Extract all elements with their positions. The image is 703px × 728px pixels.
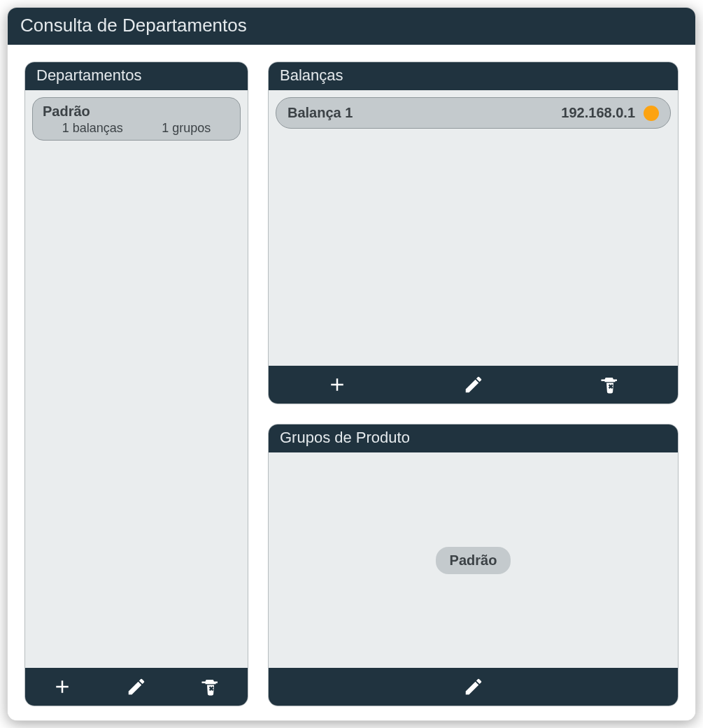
pencil-icon [463, 676, 484, 697]
panel-balancas: Balanças Balança 1 192.168.0.1 [268, 62, 679, 404]
departamento-name: Padrão [43, 104, 230, 120]
panel-header-balancas: Balanças [269, 62, 678, 90]
balancas-footer [269, 366, 678, 404]
grupo-name: Padrão [450, 552, 497, 568]
departamentos-list: Padrão 1 balanças 1 grupos [25, 90, 248, 668]
window: Consulta de Departamentos Departamentos … [7, 7, 696, 721]
pencil-icon [126, 676, 147, 697]
panel-title: Balanças [280, 66, 343, 84]
departamento-grupos-count: 1 grupos [162, 121, 211, 136]
grupos-footer [269, 668, 678, 706]
edit-grupo-button[interactable] [456, 675, 491, 699]
panel-grupos: Grupos de Produto Padrão [268, 424, 679, 706]
add-balanca-button[interactable] [320, 373, 355, 397]
right-column: Balanças Balança 1 192.168.0.1 [268, 62, 679, 706]
window-title: Consulta de Departamentos [20, 15, 247, 36]
trash-x-icon [200, 676, 221, 697]
balanca-name: Balança 1 [287, 105, 553, 121]
panel-departamentos: Departamentos Padrão 1 balanças 1 grupos [24, 62, 248, 706]
delete-departamento-button[interactable] [193, 675, 228, 699]
panel-header-grupos: Grupos de Produto [269, 424, 678, 452]
departamento-meta: 1 balanças 1 grupos [43, 120, 230, 136]
window-body: Departamentos Padrão 1 balanças 1 grupos [8, 45, 695, 720]
departamentos-footer [25, 668, 248, 706]
balanca-ip: 192.168.0.1 [561, 105, 635, 121]
edit-balanca-button[interactable] [456, 373, 491, 397]
pencil-icon [463, 374, 484, 395]
departamento-balancas-count: 1 balanças [62, 121, 123, 136]
panel-header-departamentos: Departamentos [25, 62, 248, 90]
edit-departamento-button[interactable] [119, 675, 154, 699]
add-icon [52, 676, 73, 697]
delete-balanca-button[interactable] [592, 373, 627, 397]
balancas-list: Balança 1 192.168.0.1 [269, 90, 678, 366]
panel-title: Departamentos [36, 66, 141, 84]
grupo-chip[interactable]: Padrão [436, 547, 511, 574]
panel-title: Grupos de Produto [280, 429, 410, 446]
add-icon [327, 374, 348, 395]
departamento-item[interactable]: Padrão 1 balanças 1 grupos [32, 97, 241, 141]
balanca-item[interactable]: Balança 1 192.168.0.1 [276, 97, 671, 129]
trash-x-icon [599, 374, 620, 395]
add-departamento-button[interactable] [45, 675, 80, 699]
grupos-list: Padrão [269, 452, 678, 668]
window-titlebar: Consulta de Departamentos [8, 8, 695, 45]
status-indicator [644, 106, 659, 121]
left-column: Departamentos Padrão 1 balanças 1 grupos [24, 62, 248, 706]
